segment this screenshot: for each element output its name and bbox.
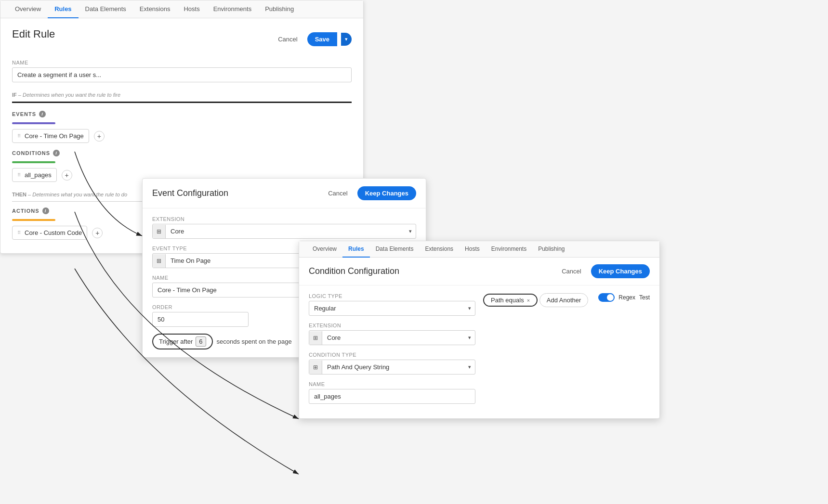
test-label: Test bbox=[639, 294, 650, 301]
name-input[interactable] bbox=[12, 67, 352, 82]
event-item-chip[interactable]: ⠿ Core - Time On Page bbox=[12, 129, 89, 143]
nav-publishing[interactable]: Publishing bbox=[258, 0, 301, 18]
drag-icon-act: ⠿ bbox=[17, 230, 21, 235]
actions-bar bbox=[12, 219, 55, 221]
cond-extension-value: Core bbox=[322, 331, 464, 345]
cnav-hosts[interactable]: Hosts bbox=[459, 241, 486, 258]
action-chip-text: Core - Custom Code bbox=[25, 229, 82, 236]
logic-type-field: Logic Type Regular ▾ bbox=[309, 293, 475, 316]
condition-type-select[interactable]: ⊞ Path And Query String ▾ bbox=[309, 360, 475, 375]
condition-type-label: Condition Type bbox=[309, 352, 475, 358]
condition-item-chip[interactable]: ⠿ all_pages bbox=[12, 168, 57, 182]
event-chip-text: Core - Time On Page bbox=[25, 132, 84, 140]
save-dropdown-button[interactable]: ▾ bbox=[341, 33, 352, 46]
event-order-input[interactable] bbox=[152, 312, 249, 327]
events-row: ⠿ Core - Time On Page + bbox=[12, 129, 352, 143]
condition-nav: Overview Rules Data Elements Extensions … bbox=[299, 241, 659, 258]
grid-icon-evt: ⊞ bbox=[153, 254, 166, 268]
condition-body: Logic Type Regular ▾ Extension ⊞ Core ▾ bbox=[299, 285, 659, 418]
main-save-button[interactable]: Save bbox=[307, 32, 337, 46]
nav-extensions[interactable]: Extensions bbox=[133, 0, 177, 18]
logic-type-label: Logic Type bbox=[309, 293, 475, 299]
condition-config-title: Condition Configuration bbox=[309, 266, 399, 276]
condition-config-panel: Overview Rules Data Elements Extensions … bbox=[299, 241, 660, 419]
cnav-extensions[interactable]: Extensions bbox=[419, 241, 459, 258]
events-info-icon: i bbox=[39, 111, 46, 117]
main-cancel-button[interactable]: Cancel bbox=[272, 33, 303, 46]
event-keep-changes-button[interactable]: Keep Changes bbox=[357, 186, 416, 200]
trigger-value: 6 bbox=[196, 336, 206, 347]
cond-extension-label: Extension bbox=[309, 323, 475, 328]
drag-icon: ⠿ bbox=[17, 133, 21, 139]
nav-rules[interactable]: Rules bbox=[48, 0, 78, 18]
event-extension-select[interactable]: ⊞ Core ▾ bbox=[152, 224, 416, 239]
condition-left: Logic Type Regular ▾ Extension ⊞ Core ▾ bbox=[309, 293, 475, 411]
page-title: Edit Rule bbox=[12, 28, 55, 40]
if-section-label: IF – Determines when you want the rule t… bbox=[12, 92, 352, 98]
condition-header-row: Condition Configuration Cancel Keep Chan… bbox=[299, 258, 659, 285]
cnav-overview[interactable]: Overview bbox=[307, 241, 342, 258]
header-actions: Cancel Save ▾ bbox=[272, 32, 352, 46]
condition-right: Path equals × Add Another Regex Test bbox=[483, 293, 650, 311]
chevron-down-icon: ▾ bbox=[345, 36, 348, 42]
main-nav: Overview Rules Data Elements Extensions … bbox=[0, 0, 363, 18]
chevron-down-icon-ce: ▾ bbox=[464, 331, 475, 344]
condition-type-value: Path And Query String bbox=[322, 360, 464, 374]
condition-type-field: Condition Type ⊞ Path And Query String ▾ bbox=[309, 352, 475, 375]
event-extension-value: Core bbox=[166, 224, 405, 238]
cond-extension-field: Extension ⊞ Core ▾ bbox=[309, 323, 475, 345]
event-extension-field: Extension ⊞ Core ▾ bbox=[152, 216, 416, 239]
event-extension-label: Extension bbox=[152, 216, 416, 222]
condition-config-actions: Cancel Keep Changes bbox=[556, 264, 650, 278]
trigger-suffix: seconds spent on the page bbox=[217, 338, 292, 345]
logic-type-select[interactable]: Regular ▾ bbox=[309, 301, 475, 316]
action-item-chip[interactable]: ⠿ Core - Custom Code bbox=[12, 226, 87, 240]
condition-fields-row: Logic Type Regular ▾ Extension ⊞ Core ▾ bbox=[309, 293, 650, 411]
cnav-environments[interactable]: Environments bbox=[486, 241, 532, 258]
event-cancel-button[interactable]: Cancel bbox=[322, 187, 353, 200]
main-page-header: Edit Rule Cancel Save ▾ bbox=[12, 28, 352, 50]
chevron-down-icon-ct: ▾ bbox=[464, 361, 475, 374]
grid-icon-cond: ⊞ bbox=[309, 331, 322, 345]
nav-hosts[interactable]: Hosts bbox=[177, 0, 206, 18]
cnav-rules[interactable]: Rules bbox=[342, 241, 370, 258]
nav-environments[interactable]: Environments bbox=[207, 0, 258, 18]
nav-overview[interactable]: Overview bbox=[8, 0, 48, 18]
events-bar bbox=[12, 122, 55, 124]
path-equals-label: Path equals bbox=[491, 297, 524, 304]
cnav-publishing[interactable]: Publishing bbox=[532, 241, 570, 258]
cond-name-field: Name bbox=[309, 381, 475, 404]
cond-extension-select[interactable]: ⊞ Core ▾ bbox=[309, 330, 475, 345]
regex-toggle[interactable] bbox=[598, 293, 615, 302]
trigger-pill: Trigger after 6 bbox=[152, 334, 213, 349]
event-config-header: Event Configuration Cancel Keep Changes bbox=[143, 179, 426, 208]
condition-keep-changes-button[interactable]: Keep Changes bbox=[591, 264, 650, 278]
condition-chip-text: all_pages bbox=[25, 171, 52, 179]
thick-divider bbox=[12, 102, 352, 103]
event-config-title: Event Configuration bbox=[152, 188, 228, 198]
chevron-down-icon-lt: ▾ bbox=[464, 302, 475, 315]
drag-icon-cond: ⠿ bbox=[17, 172, 21, 178]
condition-cancel-button[interactable]: Cancel bbox=[556, 265, 587, 278]
name-field: Name bbox=[12, 60, 352, 82]
path-equals-pill: Path equals × bbox=[483, 294, 538, 307]
cond-name-label: Name bbox=[309, 381, 475, 387]
add-event-button[interactable]: + bbox=[94, 131, 105, 142]
cnav-data-elements[interactable]: Data Elements bbox=[370, 241, 420, 258]
chevron-down-icon-ext: ▾ bbox=[405, 225, 416, 238]
trigger-label: Trigger after bbox=[159, 338, 193, 345]
conditions-info-icon: i bbox=[53, 150, 60, 156]
cond-name-input[interactable] bbox=[309, 389, 475, 404]
add-condition-button[interactable]: + bbox=[62, 170, 72, 181]
conditions-section-header: CONDITIONS i bbox=[12, 150, 352, 156]
conditions-bar bbox=[12, 161, 55, 163]
path-x-icon[interactable]: × bbox=[527, 297, 530, 303]
logic-type-value: Regular bbox=[309, 301, 464, 315]
grid-icon-ct: ⊞ bbox=[309, 361, 322, 374]
event-config-actions: Cancel Keep Changes bbox=[322, 186, 416, 200]
add-action-button[interactable]: + bbox=[92, 228, 103, 238]
nav-data-elements[interactable]: Data Elements bbox=[79, 0, 133, 18]
path-equals-section: Path equals × Add Another bbox=[483, 293, 588, 311]
toggle-row: Regex Test bbox=[598, 293, 650, 302]
add-another-button[interactable]: Add Another bbox=[539, 293, 589, 307]
